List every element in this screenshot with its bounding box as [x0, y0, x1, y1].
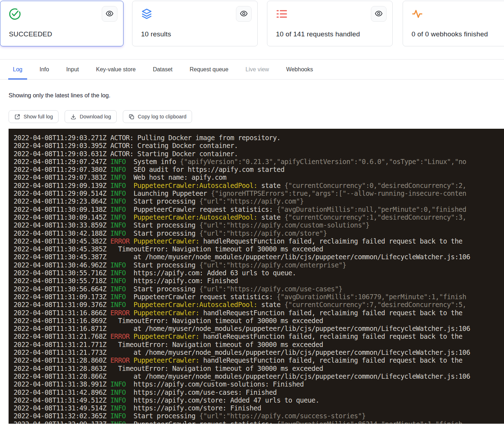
layers-icon	[140, 7, 153, 20]
log-line: 2022-04-08T11:31:28.860Z ERROR Puppeteer…	[14, 356, 504, 364]
log-line: 2022-04-08T11:31:21.773Z at /home/myuser…	[14, 348, 504, 356]
log-line: 2022-04-08T11:31:21.768Z ERROR Puppeteer…	[14, 332, 504, 340]
status-card-requests[interactable]: 10 of 141 requests handled	[267, 1, 393, 46]
log-note: Showing only the latest lines of the log…	[9, 92, 504, 99]
log-line: 2022-04-08T11:32:09.173Z INFO PuppeteerC…	[14, 420, 504, 424]
run-tabs: Log Info Input Key-value store Dataset R…	[0, 59, 504, 80]
log-line: 2022-04-08T11:29:03.631Z ACTOR: Starting…	[14, 150, 504, 158]
eye-icon	[240, 9, 248, 19]
pulse-icon	[411, 7, 424, 20]
log-line: 2022-04-08T11:29:07.380Z INFO SEO audit …	[14, 165, 504, 173]
copy-log-button[interactable]: Copy log to clipboard	[123, 110, 192, 123]
log-line: 2022-04-08T11:29:23.864Z INFO Start proc…	[14, 197, 504, 205]
log-line: 2022-04-08T11:31:49.512Z INFO https://ap…	[14, 396, 504, 404]
log-line: 2022-04-08T11:31:49.514Z INFO https://ap…	[14, 404, 504, 412]
log-line: 2022-04-08T11:29:03.271Z ACTOR: Pulling …	[14, 134, 504, 142]
download-log-label: Download log	[80, 114, 111, 119]
external-link-icon	[14, 114, 20, 120]
log-line: 2022-04-08T11:30:09.145Z INFO PuppeteerC…	[14, 213, 504, 221]
watch-requests-button[interactable]	[371, 6, 387, 22]
log-line: 2022-04-08T11:31:09.173Z INFO PuppeteerC…	[14, 293, 504, 301]
show-full-log-label: Show full log	[24, 114, 53, 119]
log-line: 2022-04-08T11:31:42.896Z INFO https://ap…	[14, 388, 504, 396]
log-line: 2022-04-08T11:30:33.859Z INFO Start proc…	[14, 221, 504, 229]
log-line: 2022-04-08T11:29:07.247Z INFO System inf…	[14, 158, 504, 165]
log-line: 2022-04-08T11:31:21.771Z TimeoutError: N…	[14, 341, 504, 348]
watch-status-button[interactable]	[102, 6, 117, 22]
log-line: 2022-04-08T11:31:28.866Z at /home/myuser…	[14, 372, 504, 380]
log-line: 2022-04-08T11:30:45.382Z ERROR Puppeteer…	[14, 237, 504, 245]
log-line: 2022-04-08T11:30:55.718Z INFO https://ap…	[14, 277, 504, 285]
tab-info[interactable]: Info	[35, 60, 54, 79]
log-line: 2022-04-08T11:30:42.188Z INFO Start proc…	[14, 229, 504, 237]
copy-log-label: Copy log to clipboard	[138, 114, 186, 119]
log-line: 2022-04-08T11:30:56.664Z INFO Start proc…	[14, 285, 504, 293]
status-card-webhooks[interactable]: 0 of 0 webhooks finished	[403, 1, 504, 46]
watch-results-button[interactable]	[236, 6, 252, 22]
copy-icon	[128, 114, 135, 120]
log-line: 2022-04-08T11:30:09.138Z INFO PuppeteerC…	[14, 205, 504, 213]
log-line: 2022-04-08T11:29:07.383Z INFO Web host n…	[14, 173, 504, 181]
requests-handled-text: 10 of 141 requests handled	[276, 30, 360, 38]
status-card-results[interactable]: 10 results	[132, 1, 258, 46]
list-icon	[275, 7, 288, 20]
status-card-succeeded[interactable]: SUCCEEDED	[0, 1, 124, 46]
log-line: 2022-04-08T11:29:03.395Z ACTOR: Creating…	[14, 142, 504, 149]
log-output-console[interactable]: 2022-04-08T11:29:03.271Z ACTOR: Pulling …	[9, 129, 504, 424]
log-actions: Show full log Download log Copy log to c…	[9, 110, 504, 123]
webhooks-finished-text: 0 of 0 webhooks finished	[412, 30, 488, 38]
results-count-text: 10 results	[141, 30, 171, 38]
show-full-log-button[interactable]: Show full log	[9, 110, 59, 123]
tab-live-view: Live view	[241, 60, 274, 79]
log-line: 2022-04-08T11:31:28.863Z TimeoutError: N…	[14, 364, 504, 372]
tab-log[interactable]: Log	[8, 60, 27, 79]
log-line: 2022-04-08T11:31:16.866Z ERROR Puppeteer…	[14, 309, 504, 317]
log-line: 2022-04-08T11:31:16.869Z TimeoutError: N…	[14, 317, 504, 325]
eye-icon	[374, 9, 383, 19]
tab-key-value-store[interactable]: Key-value store	[91, 60, 140, 79]
tab-dataset[interactable]: Dataset	[148, 60, 177, 79]
run-status-text: SUCCEEDED	[9, 30, 52, 38]
download-log-button[interactable]: Download log	[65, 110, 117, 123]
log-line: 2022-04-08T11:32:02.365Z INFO Start proc…	[14, 412, 504, 420]
log-line: 2022-04-08T11:30:46.962Z INFO Start proc…	[14, 261, 504, 269]
log-line: 2022-04-08T11:31:16.871Z at /home/myuser…	[14, 325, 504, 332]
run-status-cards: SUCCEEDED 10 results	[0, 0, 504, 59]
download-icon	[70, 114, 76, 120]
log-line: 2022-04-08T11:29:09.514Z INFO Launching …	[14, 189, 504, 197]
eye-icon	[105, 9, 114, 19]
log-line: 2022-04-08T11:30:45.385Z TimeoutError: N…	[14, 245, 504, 253]
tab-webhooks[interactable]: Webhooks	[282, 60, 318, 79]
tab-request-queue[interactable]: Request queue	[185, 60, 233, 79]
check-circle-icon	[8, 7, 21, 20]
log-line: 2022-04-08T11:30:55.716Z INFO https://ap…	[14, 269, 504, 277]
log-line: 2022-04-08T11:31:09.376Z INFO PuppeteerC…	[14, 301, 504, 308]
log-line: 2022-04-08T11:31:38.991Z INFO https://ap…	[14, 380, 504, 388]
log-line: 2022-04-08T11:29:09.139Z INFO PuppeteerC…	[14, 182, 504, 189]
tab-input[interactable]: Input	[61, 60, 84, 79]
log-line: 2022-04-08T11:30:45.387Z at /home/myuser…	[14, 253, 504, 261]
